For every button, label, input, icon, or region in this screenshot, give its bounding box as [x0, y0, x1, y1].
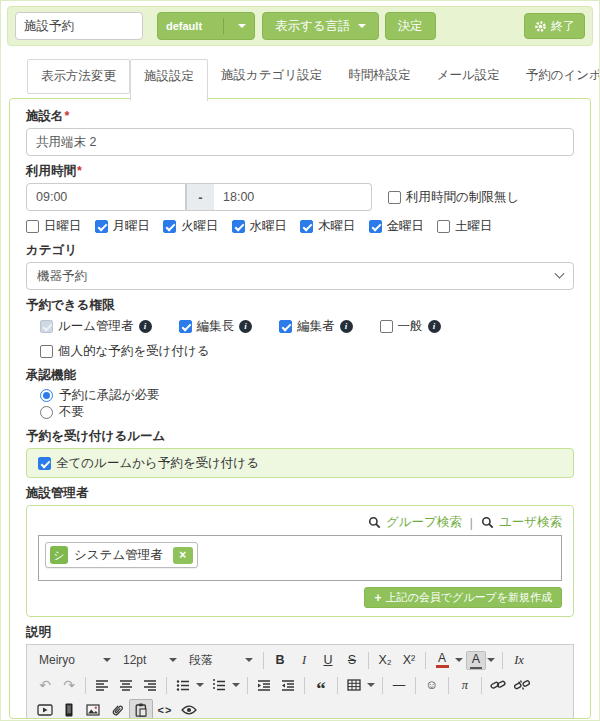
unlink-button[interactable]	[510, 674, 534, 696]
text-color-button[interactable]: A	[430, 649, 454, 671]
weekday-item-thursday: 木曜日	[300, 218, 356, 235]
tuesday-checkbox[interactable]	[163, 220, 176, 233]
block-format-select[interactable]: 段落	[183, 649, 259, 671]
horizontal-rule-button[interactable]: —	[387, 674, 411, 696]
editor-checkbox[interactable]	[279, 320, 292, 333]
underline-button[interactable]: U	[316, 649, 340, 671]
frame-select-button[interactable]: default	[157, 12, 255, 40]
category-select[interactable]: 機器予約	[26, 262, 574, 290]
math-button[interactable]: π	[453, 674, 477, 696]
no-time-limit-option: 利用時間の制限無し	[388, 189, 519, 206]
font-size-select[interactable]: 12pt	[117, 649, 183, 671]
align-center-button[interactable]	[114, 674, 138, 696]
chief-editor-label: 編集長	[197, 318, 235, 335]
decide-button[interactable]: 決定	[385, 12, 436, 40]
friday-checkbox[interactable]	[369, 220, 382, 233]
tab-facility-category[interactable]: 施設カテゴリ設定	[208, 59, 335, 92]
caret-down-icon	[245, 658, 253, 662]
display-language-button[interactable]: 表示する言語	[262, 12, 379, 40]
approval-required-label: 予約に承認が必要	[59, 387, 160, 404]
info-icon[interactable]: i	[340, 320, 353, 333]
clear-formatting-button[interactable]: Ix	[507, 649, 531, 671]
cabinet-file-button[interactable]	[57, 699, 81, 719]
frame-select-value: default	[166, 20, 202, 32]
monday-checkbox[interactable]	[95, 220, 108, 233]
font-family-select[interactable]: Meiryo	[33, 649, 117, 671]
info-icon[interactable]: i	[239, 320, 252, 333]
approval-required-radio[interactable]	[40, 389, 53, 402]
remove-member-button[interactable]: ×	[173, 547, 193, 564]
tab-timeframe-settings[interactable]: 時間枠設定	[335, 59, 424, 92]
info-icon[interactable]: i	[139, 320, 152, 333]
display-language-label: 表示する言語	[275, 18, 351, 35]
general-checkbox[interactable]	[380, 320, 393, 333]
group-search-link[interactable]: グループ検索	[386, 514, 462, 531]
create-group-button-label: 上記の会員でグループを新規作成	[385, 590, 552, 605]
table-button[interactable]	[342, 674, 366, 696]
wednesday-checkbox[interactable]	[232, 220, 245, 233]
undo-button[interactable]: ↶	[33, 674, 57, 696]
room-admin-checkbox	[40, 320, 53, 333]
tab-facility-settings[interactable]: 施設設定	[130, 59, 208, 101]
source-code-button[interactable]: <>	[153, 699, 177, 719]
caret-down-icon[interactable]	[455, 658, 463, 662]
strikethrough-button[interactable]: S	[340, 649, 364, 671]
search-icon	[481, 516, 494, 529]
time-end-input[interactable]	[214, 183, 372, 211]
subscript-button[interactable]: X₂	[373, 649, 397, 671]
tab-reservation-import[interactable]: 予約のインポート	[513, 59, 600, 92]
preview-button[interactable]	[177, 699, 201, 719]
emoticon-button[interactable]: ☺	[420, 674, 444, 696]
create-group-row: + 上記の会員でグループを新規作成	[38, 587, 562, 608]
approval-not-required-label: 不要	[59, 404, 84, 421]
caret-down-icon[interactable]	[196, 683, 204, 687]
personal-reservation-option: 個人的な予約を受け付ける	[40, 342, 574, 360]
personal-reservation-checkbox[interactable]	[40, 345, 53, 358]
exit-button[interactable]: 終了	[524, 13, 585, 39]
media-button[interactable]	[33, 699, 57, 719]
user-search-link[interactable]: ユーザ検索	[499, 514, 562, 531]
time-start-input[interactable]	[26, 183, 186, 211]
attachment-button[interactable]	[105, 699, 129, 719]
facility-name-label-text: 施設名	[26, 109, 64, 123]
toolbar-separator	[166, 677, 167, 694]
caret-down-icon[interactable]	[232, 683, 240, 687]
outdent-button[interactable]	[276, 674, 300, 696]
indent-button[interactable]	[252, 674, 276, 696]
no-time-limit-checkbox[interactable]	[388, 191, 401, 204]
frame-title-input[interactable]	[15, 12, 143, 40]
numbered-list-icon	[212, 679, 226, 692]
superscript-button[interactable]: X²	[397, 649, 421, 671]
facility-name-input[interactable]	[26, 128, 574, 156]
paperclip-icon	[110, 703, 124, 717]
clipboard-paste-icon	[134, 703, 148, 717]
sunday-checkbox[interactable]	[26, 220, 39, 233]
create-group-button[interactable]: + 上記の会員でグループを新規作成	[364, 587, 562, 608]
tab-display-method[interactable]: 表示方法変更	[27, 59, 130, 94]
italic-button[interactable]: I	[292, 649, 316, 671]
approval-not-required-radio[interactable]	[40, 406, 53, 419]
manager-search-links: グループ検索 | ユーザ検索	[38, 514, 562, 531]
numbered-list-button[interactable]	[207, 674, 231, 696]
thursday-checkbox[interactable]	[300, 220, 313, 233]
info-icon[interactable]: i	[428, 320, 441, 333]
link-button[interactable]	[486, 674, 510, 696]
paste-button[interactable]	[129, 699, 153, 719]
bullet-list-button[interactable]	[171, 674, 195, 696]
no-time-limit-label: 利用時間の制限無し	[406, 189, 519, 206]
saturday-checkbox[interactable]	[437, 220, 450, 233]
background-color-button[interactable]: A	[466, 651, 486, 670]
redo-button[interactable]: ↷	[57, 674, 81, 696]
align-left-button[interactable]	[90, 674, 114, 696]
caret-down-icon[interactable]	[367, 683, 375, 687]
image-button[interactable]	[81, 699, 105, 719]
required-mark: *	[77, 164, 82, 178]
accept-all-rooms-checkbox[interactable]	[38, 457, 51, 470]
caret-down-icon[interactable]	[487, 658, 495, 662]
tab-mail-settings[interactable]: メール設定	[424, 59, 513, 92]
blockquote-button[interactable]: “	[309, 674, 333, 696]
chief-editor-checkbox[interactable]	[179, 320, 192, 333]
bold-button[interactable]: B	[268, 649, 292, 671]
accept-all-rooms-label-text: 全てのルームから予約を受け付ける	[56, 455, 259, 472]
align-right-button[interactable]	[138, 674, 162, 696]
